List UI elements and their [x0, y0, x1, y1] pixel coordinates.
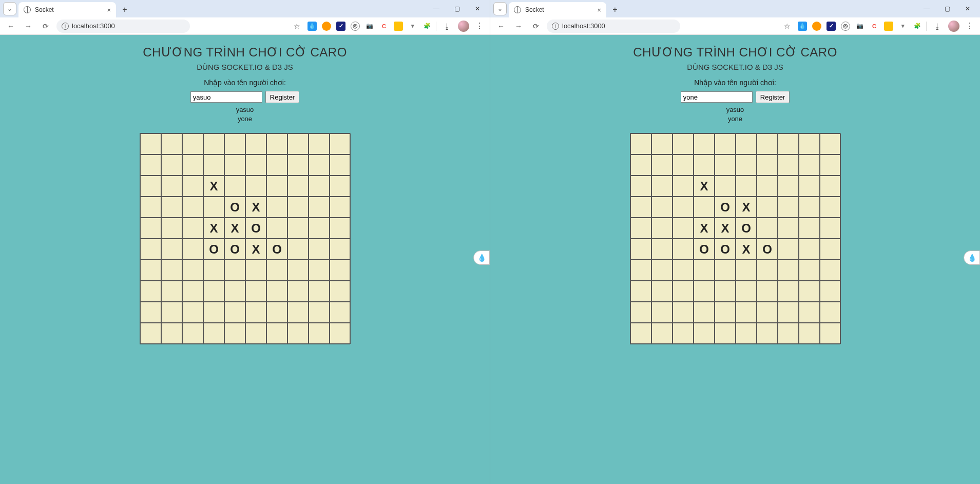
board-cell[interactable] — [778, 154, 799, 176]
board-cell[interactable] — [757, 133, 778, 154]
board-cell[interactable] — [330, 154, 351, 176]
board-cell[interactable] — [266, 133, 287, 154]
register-button[interactable]: Register — [265, 91, 299, 103]
player-name-input[interactable] — [190, 91, 262, 103]
board-cell[interactable] — [715, 281, 736, 302]
board-cell[interactable] — [224, 176, 245, 197]
board-cell[interactable] — [715, 176, 736, 197]
downloads-icon[interactable]: ⭳ — [931, 20, 944, 33]
tab-search-button[interactable]: ⌄ — [493, 2, 507, 15]
drop-icon[interactable]: 💧 — [308, 22, 317, 31]
board-cell[interactable] — [630, 302, 651, 323]
board-cell[interactable] — [736, 133, 757, 154]
board-cell[interactable] — [694, 133, 715, 154]
board-cell[interactable] — [330, 281, 351, 302]
board-cell[interactable] — [715, 323, 736, 344]
board-cell[interactable] — [820, 239, 841, 260]
square2-icon[interactable] — [884, 22, 893, 31]
board-cell[interactable] — [630, 154, 651, 176]
board-cell[interactable] — [715, 260, 736, 281]
board-cell[interactable] — [287, 260, 309, 281]
board-cell[interactable] — [778, 260, 799, 281]
board-cell[interactable] — [778, 239, 799, 260]
board-cell[interactable] — [651, 302, 672, 323]
board-cell[interactable] — [287, 133, 309, 154]
board-cell[interactable] — [736, 154, 757, 176]
nav-forward-button[interactable]: → — [22, 20, 35, 33]
board-cell[interactable] — [161, 260, 182, 281]
board-cell[interactable] — [287, 302, 309, 323]
board-cell[interactable] — [161, 323, 182, 344]
board-cell[interactable] — [694, 154, 715, 176]
board-cell[interactable] — [330, 197, 351, 218]
board-cell[interactable] — [672, 176, 694, 197]
board-cell[interactable] — [820, 260, 841, 281]
nav-back-button[interactable]: ← — [494, 20, 508, 33]
board-cell[interactable] — [224, 133, 245, 154]
address-bar[interactable]: ilocalhost:3000 — [547, 20, 680, 33]
circle-icon[interactable] — [322, 22, 331, 31]
board-cell[interactable] — [778, 218, 799, 239]
board-cell[interactable] — [309, 281, 330, 302]
board-cell[interactable] — [799, 133, 820, 154]
board-cell[interactable]: X — [736, 197, 757, 218]
board-cell[interactable] — [820, 302, 841, 323]
board-cell[interactable]: X — [694, 176, 715, 197]
square-icon[interactable]: ✓ — [827, 22, 836, 31]
browser-menu-button[interactable]: ⋮ — [964, 21, 976, 31]
board-cell[interactable] — [715, 154, 736, 176]
board-cell[interactable] — [630, 239, 651, 260]
nav-forward-button[interactable]: → — [512, 20, 525, 33]
board-cell[interactable] — [182, 154, 203, 176]
board-cell[interactable] — [245, 260, 266, 281]
board-cell[interactable] — [140, 323, 161, 344]
board-cell[interactable] — [778, 176, 799, 197]
profile-avatar[interactable] — [458, 21, 469, 32]
circle-icon[interactable] — [812, 22, 821, 31]
tab-close-button[interactable]: × — [597, 6, 601, 14]
board-cell[interactable] — [203, 323, 224, 344]
board-cell[interactable] — [161, 239, 182, 260]
board-cell[interactable] — [182, 176, 203, 197]
board-cell[interactable] — [245, 302, 266, 323]
board-cell[interactable] — [799, 218, 820, 239]
board-cell[interactable] — [330, 218, 351, 239]
address-bar[interactable]: ilocalhost:3000 — [56, 20, 190, 33]
board-cell[interactable] — [140, 302, 161, 323]
board-cell[interactable] — [820, 218, 841, 239]
board-cell[interactable] — [736, 323, 757, 344]
board-cell[interactable] — [820, 154, 841, 176]
bookmark-star-icon[interactable]: ☆ — [780, 20, 794, 33]
board-cell[interactable] — [266, 302, 287, 323]
board-cell[interactable] — [672, 133, 694, 154]
board-cell[interactable] — [330, 260, 351, 281]
board-cell[interactable] — [799, 281, 820, 302]
downloads-icon[interactable]: ⭳ — [440, 20, 454, 33]
square2-icon[interactable] — [394, 22, 403, 31]
board-cell[interactable] — [266, 323, 287, 344]
board-cell[interactable] — [161, 218, 182, 239]
board-cell[interactable]: O — [203, 239, 224, 260]
board-cell[interactable] — [224, 260, 245, 281]
board-cell[interactable] — [203, 154, 224, 176]
board-cell[interactable] — [651, 218, 672, 239]
board-cell[interactable] — [715, 302, 736, 323]
board-cell[interactable]: X — [715, 218, 736, 239]
board-cell[interactable] — [161, 154, 182, 176]
board-cell[interactable] — [266, 197, 287, 218]
browser-tab[interactable]: Socket× — [18, 2, 116, 17]
board-cell[interactable] — [757, 281, 778, 302]
board-cell[interactable]: O — [224, 239, 245, 260]
board-cell[interactable]: O — [757, 239, 778, 260]
board-cell[interactable] — [630, 176, 651, 197]
board-cell[interactable] — [736, 302, 757, 323]
board-cell[interactable] — [757, 154, 778, 176]
board-cell[interactable]: X — [224, 218, 245, 239]
board-cell[interactable] — [694, 197, 715, 218]
board-cell[interactable] — [330, 176, 351, 197]
board-cell[interactable] — [309, 218, 330, 239]
board-cell[interactable] — [203, 281, 224, 302]
board-cell[interactable] — [182, 302, 203, 323]
board-cell[interactable] — [224, 323, 245, 344]
board-cell[interactable] — [820, 133, 841, 154]
